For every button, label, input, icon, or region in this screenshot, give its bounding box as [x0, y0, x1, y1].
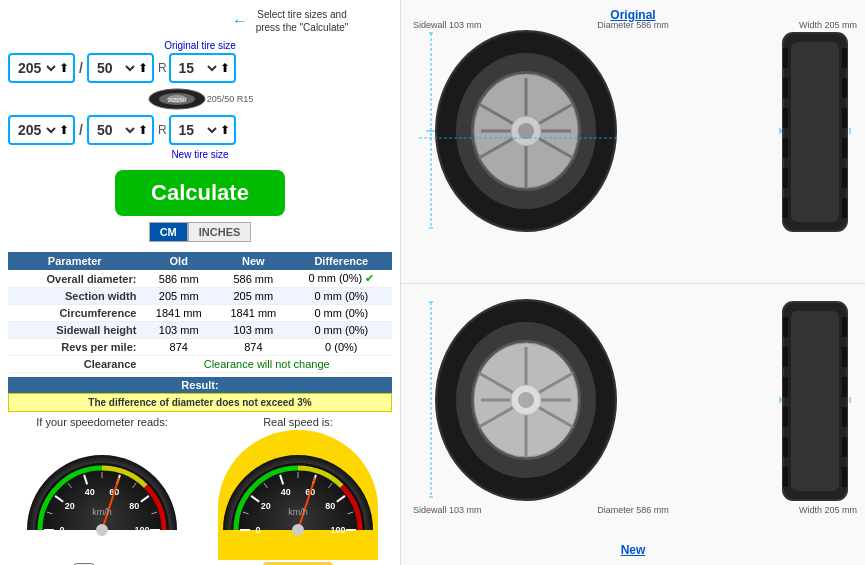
svg-rect-57: [783, 347, 788, 367]
svg-text:205/50: 205/50: [168, 97, 187, 103]
svg-rect-55: [791, 311, 839, 491]
svg-point-50: [518, 392, 534, 408]
result-label: Result:: [181, 379, 218, 391]
rim-selector-orig[interactable]: 15141617 ⬆: [169, 53, 236, 83]
svg-rect-64: [842, 377, 847, 397]
svg-rect-25: [783, 78, 788, 98]
width-selector-new[interactable]: 205195215225 ⬆: [8, 115, 75, 145]
svg-rect-24: [783, 48, 788, 68]
tire-icon-row: 205/50 205/50 R15: [8, 87, 392, 111]
new-tire-label: New tire size: [8, 149, 392, 160]
col-old: Old: [141, 252, 216, 270]
width-arrows-new: ⬆: [59, 123, 69, 137]
divider-line: [401, 283, 865, 284]
aspect-arrows-orig: ⬆: [138, 61, 148, 75]
rim-select-orig[interactable]: 15141617: [175, 59, 220, 77]
svg-rect-67: [842, 467, 847, 487]
speedo-real: Real speed is: 60.0: [204, 416, 392, 565]
svg-rect-27: [783, 138, 788, 158]
aspect-selector-orig[interactable]: 50455560 ⬆: [87, 53, 154, 83]
svg-rect-58: [783, 377, 788, 397]
svg-rect-60: [783, 437, 788, 457]
table-row: Revs per mile:8748740 (0%): [8, 339, 392, 356]
tire-size-text: 205/50 R15: [207, 94, 254, 104]
tire-icon: 205/50: [147, 87, 207, 111]
sep1: /: [77, 60, 85, 76]
width-select-orig[interactable]: 205195215225: [14, 59, 59, 77]
width-arrows-orig: ⬆: [59, 61, 69, 75]
col-new: New: [216, 252, 291, 270]
r-label-new: R: [158, 123, 167, 137]
table-row: Sidewall height103 mm103 mm0 mm (0%): [8, 322, 392, 339]
svg-rect-66: [842, 437, 847, 457]
speedometer-1: [22, 430, 182, 560]
svg-rect-65: [842, 407, 847, 427]
svg-rect-31: [842, 78, 847, 98]
tire-side-orig: [775, 28, 855, 238]
r-label-orig: R: [158, 61, 167, 75]
speedo-reads-label: If your speedometer reads:: [8, 416, 196, 428]
tire-front-new: [421, 297, 621, 507]
tooltip-area: ← Select tire sizes and press the "Calcu…: [232, 8, 392, 34]
table-row: Section width205 mm205 mm0 mm (0%): [8, 288, 392, 305]
svg-rect-26: [783, 108, 788, 128]
svg-rect-61: [783, 467, 788, 487]
svg-rect-35: [842, 198, 847, 218]
svg-rect-32: [842, 108, 847, 128]
original-tire-label: Original tire size: [8, 40, 392, 51]
svg-rect-23: [791, 42, 839, 222]
sep2: /: [77, 122, 85, 138]
rim-arrows-new: ⬆: [220, 123, 230, 137]
col-diff: Difference: [291, 252, 392, 270]
svg-rect-34: [842, 168, 847, 188]
svg-rect-56: [783, 317, 788, 337]
table-row: Overall diameter:586 mm586 mm0 mm (0%) ✔: [8, 270, 392, 288]
svg-rect-29: [783, 198, 788, 218]
aspect-select-new[interactable]: 50455560: [93, 121, 138, 139]
speedo-reads: If your speedometer reads: ▲ ▼ 60: [8, 416, 196, 565]
speedometer-2: [218, 430, 378, 560]
width-selector-orig[interactable]: 205195215225 ⬆: [8, 53, 75, 83]
result-message: The difference of diameter does not exce…: [8, 393, 392, 412]
svg-rect-28: [783, 168, 788, 188]
svg-rect-33: [842, 138, 847, 158]
cm-button[interactable]: CM: [149, 222, 188, 242]
params-table: Parameter Old New Difference Overall dia…: [8, 252, 392, 373]
rim-select-new[interactable]: 15141617: [175, 121, 220, 139]
tire-side-new: [775, 297, 855, 507]
tire-diagrams-container: Original New Sidewall 103 mm Diameter 58…: [401, 0, 865, 565]
diameter-line-top: [419, 133, 619, 143]
col-parameter: Parameter: [8, 252, 141, 270]
speedometer-section: If your speedometer reads: ▲ ▼ 60 Real s…: [8, 416, 392, 565]
table-row: Circumference1841 mm1841 mm0 mm (0%): [8, 305, 392, 322]
new-diagram-label: New: [621, 543, 646, 557]
rim-selector-new[interactable]: 15141617 ⬆: [169, 115, 236, 145]
left-panel: ← Select tire sizes and press the "Calcu…: [0, 0, 400, 565]
clearance-row: ClearanceClearance will not change: [8, 356, 392, 373]
original-tire-section: ← Select tire sizes and press the "Calcu…: [8, 8, 392, 83]
svg-rect-30: [842, 48, 847, 68]
right-panel: Original New Sidewall 103 mm Diameter 58…: [400, 0, 865, 565]
svg-rect-63: [842, 347, 847, 367]
aspect-select-orig[interactable]: 50455560: [93, 59, 138, 77]
new-selectors-row: 205195215225 ⬆ / 50455560 ⬆ R 15141617 ⬆: [8, 115, 392, 145]
svg-rect-59: [783, 407, 788, 427]
rim-arrows-orig: ⬆: [220, 61, 230, 75]
result-bar: Result:: [8, 377, 392, 393]
width-select-new[interactable]: 205195215225: [14, 121, 59, 139]
unit-row: CM INCHES: [149, 222, 252, 242]
speedo-real-label: Real speed is:: [204, 416, 392, 428]
original-selectors-row: 205195215225 ⬆ / 50455560 ⬆ R 15141617 ⬆: [8, 53, 392, 83]
aspect-selector-new[interactable]: 50455560 ⬆: [87, 115, 154, 145]
calculate-button[interactable]: Calculate: [115, 170, 285, 216]
svg-rect-62: [842, 317, 847, 337]
aspect-arrows-new: ⬆: [138, 123, 148, 137]
tooltip-text: Select tire sizes and press the "Calcula…: [252, 8, 352, 34]
inches-button[interactable]: INCHES: [188, 222, 252, 242]
arrow-icon: ←: [232, 12, 248, 30]
